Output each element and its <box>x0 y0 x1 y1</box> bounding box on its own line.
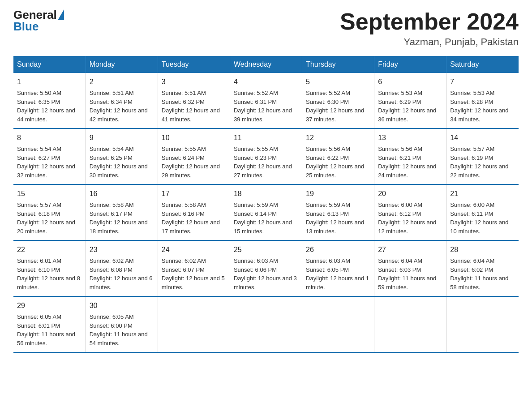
day-info: Sunrise: 5:54 AMSunset: 6:25 PMDaylight:… <box>90 146 148 179</box>
calendar-cell: 10Sunrise: 5:55 AMSunset: 6:24 PMDayligh… <box>158 128 230 184</box>
calendar-table: Sunday Monday Tuesday Wednesday Thursday… <box>13 56 519 353</box>
col-saturday: Saturday <box>446 56 519 73</box>
calendar-cell: 28Sunrise: 6:04 AMSunset: 6:02 PMDayligh… <box>446 240 519 296</box>
calendar-cell: 18Sunrise: 5:59 AMSunset: 6:14 PMDayligh… <box>230 184 302 240</box>
calendar-cell: 3Sunrise: 5:51 AMSunset: 6:32 PMDaylight… <box>158 73 230 128</box>
col-friday: Friday <box>374 56 446 73</box>
day-number: 23 <box>90 244 154 255</box>
calendar-cell <box>302 296 374 352</box>
day-info: Sunrise: 6:02 AMSunset: 6:08 PMDaylight:… <box>90 257 153 291</box>
day-info: Sunrise: 5:53 AMSunset: 6:29 PMDaylight:… <box>378 90 436 123</box>
day-info: Sunrise: 6:05 AMSunset: 6:00 PMDaylight:… <box>90 313 148 347</box>
day-info: Sunrise: 5:51 AMSunset: 6:34 PMDaylight:… <box>90 90 148 123</box>
calendar-week-row: 1Sunrise: 5:50 AMSunset: 6:35 PMDaylight… <box>13 73 519 128</box>
day-info: Sunrise: 5:58 AMSunset: 6:17 PMDaylight:… <box>90 201 148 235</box>
logo-triangle-icon <box>58 9 64 20</box>
day-number: 13 <box>378 133 442 143</box>
day-number: 14 <box>450 133 515 143</box>
col-thursday: Thursday <box>302 56 374 73</box>
day-info: Sunrise: 6:05 AMSunset: 6:01 PMDaylight:… <box>17 313 75 347</box>
col-sunday: Sunday <box>13 56 86 73</box>
calendar-cell: 24Sunrise: 6:02 AMSunset: 6:07 PMDayligh… <box>158 240 230 296</box>
day-number: 2 <box>90 77 154 87</box>
title-block: September 2024 Yazman, Punjab, Pakistan <box>340 9 519 48</box>
day-number: 11 <box>234 133 298 143</box>
day-info: Sunrise: 5:56 AMSunset: 6:22 PMDaylight:… <box>306 146 364 179</box>
day-info: Sunrise: 5:53 AMSunset: 6:28 PMDaylight:… <box>450 90 508 123</box>
day-number: 26 <box>306 244 370 255</box>
day-info: Sunrise: 5:59 AMSunset: 6:13 PMDaylight:… <box>306 201 364 235</box>
day-info: Sunrise: 6:00 AMSunset: 6:11 PMDaylight:… <box>450 201 508 235</box>
day-number: 10 <box>162 133 226 143</box>
day-number: 24 <box>162 244 226 255</box>
calendar-cell: 9Sunrise: 5:54 AMSunset: 6:25 PMDaylight… <box>86 128 158 184</box>
day-number: 5 <box>306 77 370 87</box>
calendar-cell: 15Sunrise: 5:57 AMSunset: 6:18 PMDayligh… <box>13 184 86 240</box>
day-info: Sunrise: 5:55 AMSunset: 6:23 PMDaylight:… <box>234 146 292 179</box>
day-number: 1 <box>17 77 82 87</box>
calendar-cell: 29Sunrise: 6:05 AMSunset: 6:01 PMDayligh… <box>13 296 86 352</box>
day-info: Sunrise: 5:51 AMSunset: 6:32 PMDaylight:… <box>162 90 220 123</box>
day-info: Sunrise: 6:04 AMSunset: 6:02 PMDaylight:… <box>450 257 508 291</box>
calendar-cell: 7Sunrise: 5:53 AMSunset: 6:28 PMDaylight… <box>446 73 519 128</box>
calendar-header-row: Sunday Monday Tuesday Wednesday Thursday… <box>13 56 519 73</box>
day-number: 15 <box>17 188 82 199</box>
calendar-week-row: 22Sunrise: 6:01 AMSunset: 6:10 PMDayligh… <box>13 240 519 296</box>
day-number: 9 <box>90 133 154 143</box>
calendar-week-row: 15Sunrise: 5:57 AMSunset: 6:18 PMDayligh… <box>13 184 519 240</box>
calendar-cell: 2Sunrise: 5:51 AMSunset: 6:34 PMDaylight… <box>86 73 158 128</box>
day-number: 30 <box>90 300 154 311</box>
calendar-week-row: 29Sunrise: 6:05 AMSunset: 6:01 PMDayligh… <box>13 296 519 352</box>
calendar-cell: 12Sunrise: 5:56 AMSunset: 6:22 PMDayligh… <box>302 128 374 184</box>
calendar-cell: 17Sunrise: 5:58 AMSunset: 6:16 PMDayligh… <box>158 184 230 240</box>
col-tuesday: Tuesday <box>158 56 230 73</box>
page-header: General Blue September 2024 Yazman, Punj… <box>13 9 519 48</box>
calendar-cell: 16Sunrise: 5:58 AMSunset: 6:17 PMDayligh… <box>86 184 158 240</box>
calendar-cell: 13Sunrise: 5:56 AMSunset: 6:21 PMDayligh… <box>374 128 446 184</box>
day-number: 22 <box>17 244 82 255</box>
day-info: Sunrise: 6:00 AMSunset: 6:12 PMDaylight:… <box>378 201 436 235</box>
calendar-cell: 30Sunrise: 6:05 AMSunset: 6:00 PMDayligh… <box>86 296 158 352</box>
day-number: 19 <box>306 188 370 199</box>
calendar-cell: 4Sunrise: 5:52 AMSunset: 6:31 PMDaylight… <box>230 73 302 128</box>
calendar-cell: 19Sunrise: 5:59 AMSunset: 6:13 PMDayligh… <box>302 184 374 240</box>
day-info: Sunrise: 6:01 AMSunset: 6:10 PMDaylight:… <box>17 257 80 291</box>
day-info: Sunrise: 5:58 AMSunset: 6:16 PMDaylight:… <box>162 201 220 235</box>
day-number: 28 <box>450 244 515 255</box>
day-number: 20 <box>378 188 442 199</box>
logo: General Blue <box>13 9 65 34</box>
calendar-cell: 27Sunrise: 6:04 AMSunset: 6:03 PMDayligh… <box>374 240 446 296</box>
calendar-cell <box>230 296 302 352</box>
calendar-cell: 25Sunrise: 6:03 AMSunset: 6:06 PMDayligh… <box>230 240 302 296</box>
day-number: 3 <box>162 77 226 87</box>
calendar-cell: 8Sunrise: 5:54 AMSunset: 6:27 PMDaylight… <box>13 128 86 184</box>
day-number: 17 <box>162 188 226 199</box>
calendar-week-row: 8Sunrise: 5:54 AMSunset: 6:27 PMDaylight… <box>13 128 519 184</box>
calendar-cell: 11Sunrise: 5:55 AMSunset: 6:23 PMDayligh… <box>230 128 302 184</box>
day-info: Sunrise: 5:59 AMSunset: 6:14 PMDaylight:… <box>234 201 292 235</box>
day-number: 29 <box>17 300 82 311</box>
day-info: Sunrise: 6:04 AMSunset: 6:03 PMDaylight:… <box>378 257 436 291</box>
day-number: 27 <box>378 244 442 255</box>
calendar-cell: 23Sunrise: 6:02 AMSunset: 6:08 PMDayligh… <box>86 240 158 296</box>
col-monday: Monday <box>86 56 158 73</box>
calendar-cell: 5Sunrise: 5:52 AMSunset: 6:30 PMDaylight… <box>302 73 374 128</box>
calendar-cell: 14Sunrise: 5:57 AMSunset: 6:19 PMDayligh… <box>446 128 519 184</box>
logo-general: General <box>13 9 57 21</box>
calendar-cell: 21Sunrise: 6:00 AMSunset: 6:11 PMDayligh… <box>446 184 519 240</box>
col-wednesday: Wednesday <box>230 56 302 73</box>
day-number: 25 <box>234 244 298 255</box>
day-info: Sunrise: 5:56 AMSunset: 6:21 PMDaylight:… <box>378 146 436 179</box>
day-number: 6 <box>378 77 442 87</box>
day-number: 7 <box>450 77 515 87</box>
day-info: Sunrise: 6:03 AMSunset: 6:06 PMDaylight:… <box>234 257 297 291</box>
day-info: Sunrise: 5:55 AMSunset: 6:24 PMDaylight:… <box>162 146 220 179</box>
calendar-cell <box>158 296 230 352</box>
day-info: Sunrise: 5:57 AMSunset: 6:19 PMDaylight:… <box>450 146 508 179</box>
calendar-cell: 26Sunrise: 6:03 AMSunset: 6:05 PMDayligh… <box>302 240 374 296</box>
calendar-cell: 22Sunrise: 6:01 AMSunset: 6:10 PMDayligh… <box>13 240 86 296</box>
day-info: Sunrise: 5:50 AMSunset: 6:35 PMDaylight:… <box>17 90 75 123</box>
calendar-cell <box>446 296 519 352</box>
day-number: 16 <box>90 188 154 199</box>
calendar-cell: 1Sunrise: 5:50 AMSunset: 6:35 PMDaylight… <box>13 73 86 128</box>
